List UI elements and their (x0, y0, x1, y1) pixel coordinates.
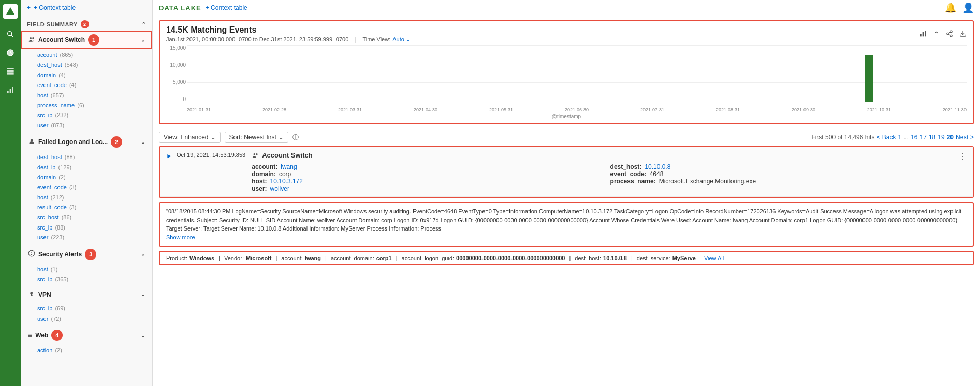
svg-rect-5 (7, 70, 13, 72)
vpn-icon (28, 290, 35, 299)
chart-section: 14.5K Matching Events Jan.1st 2021, 00:0… (159, 20, 974, 124)
content-area: 14.5K Matching Events Jan.1st 2021, 00:0… (153, 16, 980, 386)
matching-events: 14.5K Matching Events (166, 25, 411, 35)
group-web-chevron[interactable]: ⌄ (141, 333, 145, 338)
show-more-btn[interactable]: Show more (166, 234, 195, 240)
chart-share-btn[interactable] (946, 30, 953, 39)
vpn-fields: src_ip (69) user (72) (21, 303, 152, 326)
group-vpn[interactable]: VPN ⌄ (21, 287, 152, 303)
vpn-field-src-ip[interactable]: src_ip (69) (37, 304, 152, 313)
field-account[interactable]: account (865) (37, 50, 152, 60)
field-domain[interactable]: domain (4) (37, 70, 152, 80)
results-left: View: Enhanced ⌄ Sort: Newest first ⌄ ⓘ (159, 132, 299, 143)
grid-line-1 (187, 45, 967, 46)
chart-download-btn[interactable] (959, 30, 967, 39)
vpn-field-user[interactable]: user (72) (37, 314, 152, 324)
group-security-alerts[interactable]: Security Alerts 3 ⌄ (21, 245, 152, 264)
field-event-code[interactable]: event_code (4) (37, 80, 152, 90)
fl-field-src-host[interactable]: src_host (86) (37, 212, 152, 222)
group-web[interactable]: ≡ Web 4 ⌄ (21, 326, 152, 345)
event-fields-left: account: lwang domain: corp host: 10.10.… (252, 163, 599, 192)
chart-nav-icon[interactable] (3, 83, 18, 97)
meta-dest-service: dest_service: MyServe (637, 255, 696, 261)
user-icon[interactable]: 👤 (962, 2, 974, 13)
fl-field-dest-host[interactable]: dest_host (88) (37, 152, 152, 162)
fl-field-host[interactable]: host (212) (37, 193, 152, 203)
chart-container: 15,000 10,000 5,000 0 2021-01-31 2021-02… (166, 45, 967, 112)
group-account-switch[interactable]: Account Switch 1 ⌄ (21, 31, 152, 49)
ef-process-name: process_name: Microsoft.Exchange.Monitor… (610, 178, 958, 185)
ef-dest-host: dest_host: 10.10.0.8 (610, 163, 958, 170)
event-fields-right: dest_host: 10.10.0.8 event_code: 4648 pr… (610, 163, 958, 192)
svg-point-29 (254, 153, 256, 155)
page-16[interactable]: 16 (911, 134, 917, 141)
field-summary-chevron[interactable]: ⌃ (141, 21, 147, 28)
next-btn[interactable]: Next > (956, 134, 974, 141)
expand-btn[interactable]: ► (166, 152, 172, 160)
ef-domain: domain: corp (252, 170, 599, 178)
fl-field-src-ip[interactable]: src_ip (88) (37, 223, 152, 233)
group-account-switch-chevron[interactable]: ⌄ (141, 37, 145, 43)
top-right: 🔔 👤 (945, 2, 974, 13)
group-security-alerts-chevron[interactable]: ⌄ (141, 251, 145, 257)
field-summary-badge: 2 (81, 20, 89, 28)
clock-nav-icon[interactable] (3, 46, 18, 60)
event-timestamp-block: Oct 19, 2021, 14:53:19.853 (177, 151, 245, 159)
page-1[interactable]: 1 (898, 134, 901, 141)
group-failed-logon[interactable]: Failed Logon and Loc... 2 ⌄ (21, 133, 152, 151)
time-view-value[interactable]: Auto ⌄ (392, 36, 411, 43)
event-type-header: Account Switch (252, 151, 958, 159)
svg-rect-22 (925, 31, 926, 36)
group-web-label: Web (35, 332, 48, 339)
field-dest-host[interactable]: dest_host (548) (37, 60, 152, 70)
chart-x-axis: 2021-01-31 2021-02-28 2021-03-31 2021-04… (187, 107, 967, 112)
sa-field-host[interactable]: host (1) (37, 265, 152, 275)
svg-point-23 (950, 31, 953, 33)
group-web-badge: 4 (51, 330, 63, 341)
field-host[interactable]: host (657) (37, 91, 152, 101)
ef-host: host: 10.10.3.172 (252, 178, 599, 185)
raw-log-text: "08/18/2015 08:44:30 PM LogName=Security… (166, 208, 961, 232)
sort-chevron: ⌄ (279, 134, 284, 141)
fl-field-user[interactable]: user (223) (37, 233, 152, 242)
page-18[interactable]: 18 (929, 134, 935, 141)
svg-line-27 (948, 32, 950, 33)
sa-field-src-ip[interactable]: src_ip (365) (37, 275, 152, 284)
context-table-top[interactable]: + Context table (206, 4, 247, 11)
back-btn[interactable]: < Back (876, 134, 896, 141)
chart-collapse-btn[interactable]: ⌃ (933, 30, 940, 38)
search-nav-icon[interactable] (3, 27, 18, 41)
svg-point-12 (32, 37, 34, 39)
context-table-link[interactable]: + + Context table (21, 0, 152, 16)
chart-type-btn[interactable] (919, 30, 927, 39)
top-bar: DATA LAKE + Context table 🔔 👤 (153, 0, 980, 16)
field-src-ip[interactable]: src_ip (232) (37, 110, 152, 120)
page-17[interactable]: 17 (920, 134, 927, 141)
field-user[interactable]: user (873) (37, 121, 152, 131)
sort-selector[interactable]: Sort: Newest first ⌄ (225, 132, 288, 143)
fl-field-domain[interactable]: domain (2) (37, 173, 152, 182)
field-process-name[interactable]: process_name (6) (37, 101, 152, 110)
chart-y-axis: 15,000 10,000 5,000 0 (166, 45, 186, 102)
event-more-btn[interactable]: ⋮ (958, 151, 967, 161)
security-alerts-icon (28, 250, 35, 259)
notification-icon[interactable]: 🔔 (945, 2, 956, 13)
results-info-icon[interactable]: ⓘ (292, 133, 299, 142)
page-20-active[interactable]: 20 (947, 134, 954, 141)
account-switch-fields: account (865) dest_host (548) domain (4)… (21, 49, 152, 133)
view-all-btn[interactable]: View All (704, 255, 724, 261)
group-vpn-chevron[interactable]: ⌄ (141, 292, 145, 297)
fl-field-dest-ip[interactable]: dest_ip (129) (37, 163, 152, 173)
view-selector[interactable]: View: Enhanced ⌄ (159, 132, 221, 143)
chart-header: 14.5K Matching Events Jan.1st 2021, 00:0… (166, 25, 967, 43)
group-failed-logon-chevron[interactable]: ⌄ (141, 139, 145, 145)
svg-rect-8 (7, 91, 9, 93)
page-19[interactable]: 19 (938, 134, 944, 141)
fl-field-result-code[interactable]: result_code (3) (37, 203, 152, 212)
svg-point-11 (30, 37, 32, 39)
raw-log: "08/18/2015 08:44:30 PM LogName=Security… (159, 202, 974, 247)
web-field-action[interactable]: action (2) (37, 346, 152, 355)
meta-product: Product: Windows (166, 255, 214, 261)
table-nav-icon[interactable] (3, 64, 18, 79)
fl-field-event-code[interactable]: event_code (3) (37, 182, 152, 192)
